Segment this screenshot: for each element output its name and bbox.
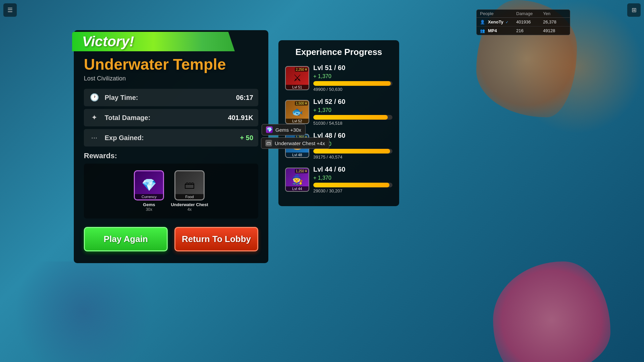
player1-yen: 26,378 (543, 19, 567, 24)
player1-damage: 401936 (516, 19, 543, 24)
scoreboard-row-1: 👤 XenoTy ✓ 401936 26,378 (477, 18, 570, 26)
char4-lvl-text: Lvl 44 / 60 (313, 166, 392, 173)
char2-bar (313, 115, 388, 120)
char2-lvl-text: Lvl 52 / 60 (313, 98, 392, 106)
char1-exp-nums: 49900 / 50,630 (313, 87, 392, 92)
dungeon-subtitle: Lost Civilization (84, 75, 258, 82)
char4-portrait: 🧙 Lvl 44 1,250 ¥ (285, 168, 309, 192)
chest-icon: 🗃 (184, 179, 195, 191)
chest-qty: 4x (187, 207, 192, 212)
char3-bar-wrap (313, 149, 392, 154)
scoreboard-row-2: 👥 MP4 216 49128 (477, 26, 570, 35)
scoreboard-col-damage: Damage (516, 11, 543, 16)
scoreboard-panel: People Damage Yen 👤 XenoTy ✓ 401936 26,3… (476, 9, 570, 35)
tooltip-gems: 💎 Gems +30x (262, 124, 306, 135)
exp-entry-1: ⚔ Lvl 51 2,250 ¥ Lvl 51 / 60 + 1,370 499… (285, 64, 392, 92)
reward-chest[interactable]: 🗃 Food Underwater Chest 4x (171, 170, 208, 212)
return-to-lobby-button[interactable]: Return To Lobby (174, 227, 258, 251)
exp-panel: Experience Progress ⚔ Lvl 51 2,250 ¥ Lvl… (278, 40, 399, 206)
player2-icon: 👥 (480, 28, 485, 33)
rewards-label: Rewards: (84, 152, 258, 160)
char4-lvl: Lvl 44 (286, 186, 309, 191)
exp-value: + 50 (240, 134, 253, 142)
tooltip-gems-icon: 💎 (266, 126, 273, 133)
clock-icon: 🕐 (89, 92, 100, 103)
char1-lvl: Lvl 51 (286, 85, 309, 89)
char1-lvl-text: Lvl 51 / 60 (313, 64, 392, 72)
char3-lvl: Lvl 48 (286, 153, 309, 157)
char2-yen: 1,500 ¥ (295, 101, 308, 106)
action-buttons: Play Again Return To Lobby (74, 224, 268, 256)
char1-gain: + 1,370 (313, 73, 392, 79)
char1-portrait: ⚔ Lvl 51 2,250 ¥ (285, 66, 309, 90)
dungeon-name: Underwater Temple (84, 55, 258, 73)
menu-icon[interactable]: ☰ (3, 3, 17, 17)
damage-label: Total Damage: (105, 114, 228, 122)
gems-box: 💎 Currency (134, 170, 164, 200)
stat-exp: ··· Exp Gained: + 50 (84, 129, 258, 146)
tooltip-chest-icon: 🗃 (265, 140, 272, 146)
gems-tag: Currency (135, 194, 163, 199)
gems-icon: 💎 (142, 178, 157, 192)
player2-yen: 49128 (543, 28, 567, 33)
char4-exp-nums: 29030 / 30,207 (313, 188, 392, 193)
char4-exp-info: Lvl 44 / 60 + 1,370 29030 / 30,207 (313, 166, 392, 193)
char3-exp-nums: 39175 / 40,574 (313, 155, 392, 160)
char1-exp-info: Lvl 51 / 60 + 1,370 49900 / 50,630 (313, 64, 392, 92)
exp-entry-2: 🐟 Lvl 52 1,500 ¥ Lvl 52 / 60 + 1,370 510… (285, 98, 392, 126)
gems-name: Gems (143, 202, 155, 207)
player2-damage: 216 (516, 28, 543, 33)
result-panel: Underwater Temple Lost Civilization 🕐 Pl… (74, 30, 268, 263)
tooltip-chest: 🗃 Underwater Chest +4x (261, 137, 329, 149)
exp-icon: ··· (89, 132, 100, 143)
chest-name: Underwater Chest (171, 202, 208, 207)
damage-value: 401.91K (228, 114, 253, 122)
settings-icon[interactable]: ⊞ (627, 3, 641, 17)
damage-icon: ✦ (89, 112, 100, 123)
player1-icon: 👤 (480, 20, 485, 24)
scoreboard-col-yen: Yen (543, 11, 567, 16)
stat-playtime: 🕐 Play Time: 06:17 (84, 89, 258, 106)
char4-gain: + 1,370 (313, 175, 392, 181)
char3-bar (313, 149, 390, 154)
char1-yen: 2,250 ¥ (295, 67, 308, 72)
exp-entry-4: 🧙 Lvl 44 1,250 ¥ Lvl 44 / 60 + 1,370 290… (285, 166, 392, 193)
verified-icon: ✓ (505, 20, 508, 24)
player1-name: 👤 XenoTy ✓ (480, 19, 516, 24)
scoreboard-col-people: People (480, 11, 516, 16)
rewards-area: 💎 Currency Gems 30x 🗃 Food Underwater Ch… (84, 164, 258, 219)
char2-lvl: Lvl 52 (286, 119, 309, 123)
play-again-button[interactable]: Play Again (84, 227, 168, 251)
char2-gain: + 1,370 (313, 107, 392, 113)
panel-content: Underwater Temple Lost Civilization 🕐 Pl… (74, 50, 268, 219)
char4-yen: 1,250 ¥ (295, 169, 308, 173)
char2-portrait: 🐟 Lvl 52 1,500 ¥ (285, 100, 309, 124)
victory-banner: Victory! (72, 32, 235, 51)
exp-label: Exp Gained: (105, 134, 240, 142)
char2-bar-wrap (313, 115, 392, 120)
exp-title: Experience Progress (285, 47, 392, 57)
char2-exp-nums: 51030 / 54,518 (313, 121, 392, 126)
char1-bar (313, 81, 391, 86)
stat-damage: ✦ Total Damage: 401.91K (84, 109, 258, 126)
chest-tag: Food (175, 194, 204, 199)
tooltip-chest-text: Underwater Chest +4x (275, 140, 325, 146)
reward-gems[interactable]: 💎 Currency Gems 30x (134, 170, 164, 212)
victory-text: Victory! (82, 34, 134, 50)
playtime-value: 06:17 (236, 94, 253, 102)
gems-qty: 30x (146, 207, 152, 212)
tooltip-gems-text: Gems +30x (275, 127, 301, 133)
char1-bar-wrap (313, 81, 392, 86)
chest-box: 🗃 Food (174, 170, 205, 200)
playtime-label: Play Time: (105, 94, 236, 102)
scoreboard-header: People Damage Yen (477, 10, 570, 18)
char4-bar (313, 183, 389, 187)
player2-name: 👥 MP4 (480, 28, 516, 33)
char2-exp-info: Lvl 52 / 60 + 1,370 51030 / 54,518 (313, 98, 392, 126)
char4-bar-wrap (313, 183, 392, 187)
